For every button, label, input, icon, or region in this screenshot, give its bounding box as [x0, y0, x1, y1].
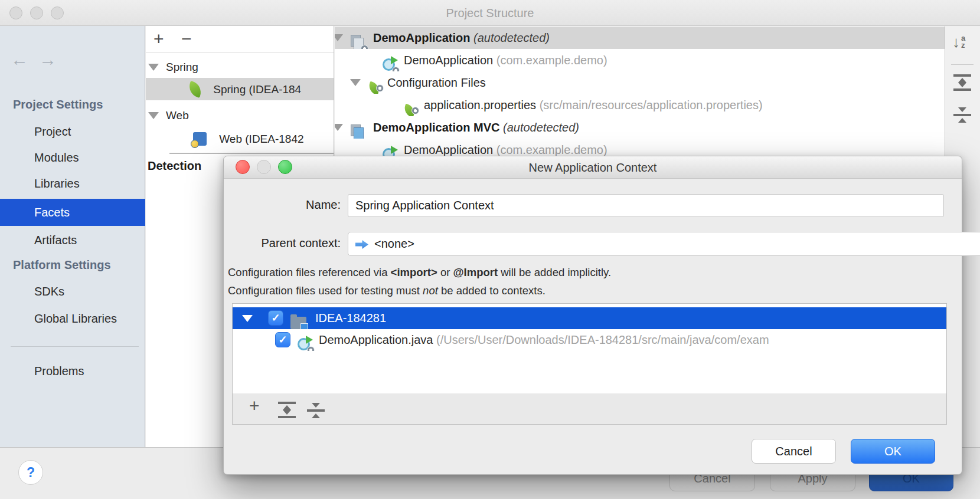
settings-sidebar: ←→ Project Settings Project Modules Libr… — [0, 26, 145, 447]
context-arrow-icon — [355, 239, 368, 250]
files-tree: ✓ IDEA-184281 ✓ DemoApplication.java (/U… — [232, 303, 947, 394]
chevron-down-icon[interactable] — [242, 315, 253, 322]
chevron-down-icon[interactable] — [350, 79, 361, 86]
collapse-all-icon[interactable] — [953, 107, 971, 123]
context-name: DemoApplication — [404, 143, 493, 156]
globe-icon — [191, 140, 199, 148]
root-label: IDEA-184281 — [315, 307, 386, 329]
file-checkbox[interactable]: ✓ — [275, 332, 290, 347]
spring-leaf-icon — [187, 81, 204, 98]
name-input[interactable]: Spring Application Context — [348, 194, 944, 217]
context-suffix: (autodetected) — [503, 121, 579, 134]
module-folder-icon — [290, 317, 306, 329]
remove-facet-icon[interactable]: − — [181, 26, 192, 53]
sidebar-item-facets[interactable]: Facets — [0, 199, 145, 226]
info-line-2: Configuration files used for testing mus… — [228, 284, 545, 297]
detection-divider — [169, 153, 334, 154]
context-name: DemoApplication — [373, 31, 470, 44]
facet-web-row[interactable]: Web (IDEA-1842 — [146, 127, 334, 150]
name-label: Name: — [224, 198, 341, 212]
sidebar-item-project[interactable]: Project — [0, 118, 145, 145]
sidebar-item-libraries[interactable]: Libraries — [0, 170, 145, 197]
tree-row[interactable]: DemoApplication (com.example.demo) — [335, 49, 945, 71]
expand-all-icon[interactable] — [278, 402, 296, 418]
power-badge-icon — [361, 45, 368, 49]
tree-row-file[interactable]: ✓ DemoApplication.java (/Users/User/Down… — [233, 329, 947, 351]
facet-spring-row[interactable]: Spring (IDEA-184 — [146, 78, 334, 100]
sidebar-item-sdks[interactable]: SDKs — [0, 278, 145, 305]
root-checkbox[interactable]: ✓ — [268, 310, 283, 326]
project-settings-header: Project Settings — [13, 98, 103, 111]
facet-web-label: Web (IDEA-1842 — [219, 133, 303, 145]
fileset-mvc-icon — [351, 124, 366, 139]
chevron-down-icon[interactable] — [148, 64, 159, 71]
facet-group-web[interactable]: Web — [146, 104, 334, 126]
context-suffix: (com.example.demo) — [496, 54, 607, 67]
tree-row-root[interactable]: ✓ IDEA-184281 — [233, 307, 947, 329]
context-name: application.properties — [424, 99, 536, 111]
platform-settings-header: Platform Settings — [13, 258, 111, 272]
context-suffix: (autodetected) — [473, 31, 550, 44]
cancel-button[interactable]: Cancel — [752, 439, 836, 464]
file-path: (/Users/User/Downloads/IDEA-184281/src/m… — [436, 333, 769, 346]
facet-group-spring[interactable]: Spring — [146, 55, 334, 78]
ok-button[interactable]: OK — [851, 439, 935, 464]
context-name: Configuration Files — [387, 76, 486, 89]
sidebar-item-artifacts[interactable]: Artifacts — [0, 226, 145, 254]
power-badge-icon — [376, 84, 384, 92]
context-suffix: (com.example.demo) — [496, 143, 607, 156]
collapse-all-icon[interactable] — [307, 403, 325, 418]
chevron-down-icon[interactable] — [148, 112, 159, 119]
spring-class-icon — [383, 57, 397, 71]
sidebar-divider — [11, 346, 139, 347]
add-file-icon[interactable]: + — [249, 396, 260, 416]
dialog-title: New Application Context — [224, 156, 962, 179]
down-arrow-icon: ↓ — [952, 34, 960, 50]
parent-context-value: <none> — [374, 232, 414, 255]
file-label: DemoApplication.java — [319, 333, 433, 346]
parent-context-select[interactable]: <none> — [348, 232, 980, 256]
files-tree-toolbar: + — [232, 393, 947, 425]
project-structure-window: Project Structure ←→ Project Settings Pr… — [0, 0, 980, 499]
sidebar-item-problems[interactable]: Problems — [0, 357, 145, 385]
help-button[interactable]: ? — [18, 460, 43, 485]
sidebar-item-global-libraries[interactable]: Global Libraries — [0, 305, 145, 332]
tree-row[interactable]: Configuration Files — [335, 71, 945, 94]
forward-icon[interactable]: → — [39, 50, 67, 69]
window-titlebar: Project Structure — [0, 0, 980, 26]
expand-all-icon[interactable] — [953, 74, 971, 91]
context-name: DemoApplication MVC — [373, 121, 499, 134]
sidebar-item-modules[interactable]: Modules — [0, 144, 145, 171]
parent-context-label: Parent context: — [224, 237, 341, 250]
fileset-icon — [351, 35, 366, 49]
power-badge-icon — [307, 346, 315, 351]
facet-spring-label: Spring (IDEA-184 — [213, 83, 301, 96]
add-facet-icon[interactable]: + — [153, 26, 164, 53]
dialog-titlebar: New Application Context — [224, 156, 962, 179]
facet-group-label: Web — [166, 109, 189, 122]
web-icon — [193, 132, 207, 146]
chevron-down-icon[interactable] — [335, 124, 343, 131]
power-badge-icon — [411, 107, 419, 114]
tree-row[interactable]: DemoApplication MVC (autodetected) — [335, 116, 945, 139]
back-icon[interactable]: ← — [11, 50, 39, 69]
sort-alphabetically-icon[interactable]: ↓ az — [952, 34, 965, 50]
info-line-1: Configuration files referenced via <impo… — [228, 266, 611, 279]
chevron-down-icon[interactable] — [335, 34, 343, 41]
context-name: DemoApplication — [404, 54, 493, 67]
spring-class-icon — [298, 337, 312, 351]
tree-row[interactable]: application.properties (src/main/resourc… — [335, 94, 945, 116]
new-application-context-dialog: New Application Context Name: Spring App… — [223, 156, 962, 475]
context-suffix: (src/main/resources/application.properti… — [540, 99, 763, 111]
facet-toolbar: + − — [146, 26, 334, 53]
strip-divider — [951, 64, 974, 65]
tree-row[interactable]: DemoApplication (autodetected) — [335, 27, 945, 49]
power-badge-icon — [392, 67, 400, 71]
window-title: Project Structure — [0, 0, 980, 26]
facet-group-label: Spring — [166, 61, 198, 73]
